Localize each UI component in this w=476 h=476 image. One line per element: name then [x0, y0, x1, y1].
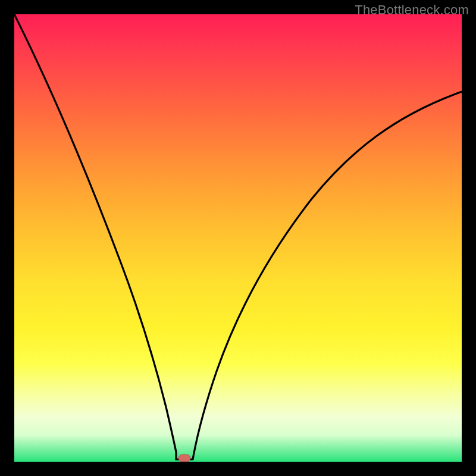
plot-area	[14, 14, 462, 462]
watermark-text: TheBottleneck.com	[355, 2, 469, 18]
valley-marker	[178, 455, 190, 462]
bottleneck-curve	[14, 14, 462, 459]
chart-frame: TheBottleneck.com	[0, 0, 476, 476]
curve-svg	[14, 14, 462, 462]
